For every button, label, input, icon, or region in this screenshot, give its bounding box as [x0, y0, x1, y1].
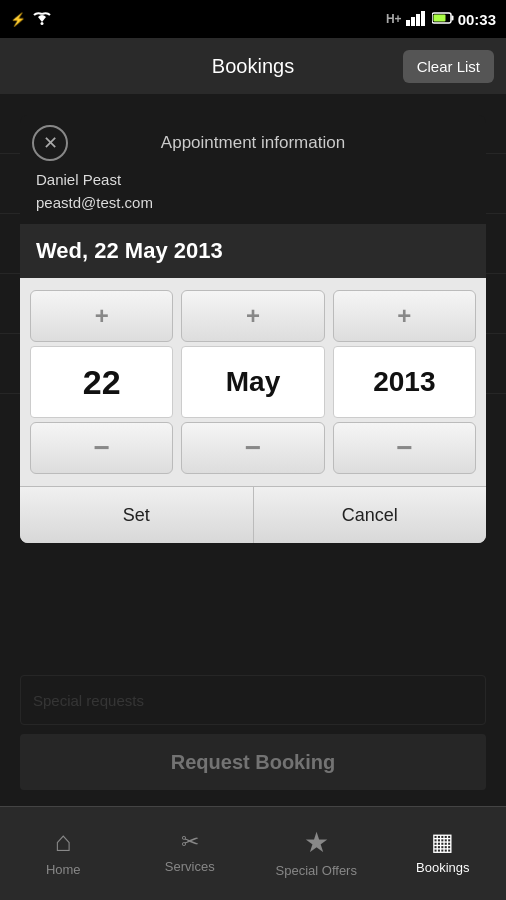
- set-button[interactable]: Set: [20, 487, 254, 543]
- special-offers-icon: ★: [304, 826, 329, 859]
- battery-icon: [432, 11, 454, 28]
- year-picker-col: + 2013 −: [333, 290, 476, 474]
- year-value: 2013: [333, 346, 476, 418]
- usb-icon: ⚡: [10, 12, 26, 27]
- modal-close-button[interactable]: ✕: [32, 125, 68, 161]
- hplus-label: H+: [386, 12, 402, 26]
- wifi-icon: [32, 10, 52, 29]
- services-icon: ✂: [181, 829, 199, 855]
- time-display: 00:33: [458, 11, 496, 28]
- nav-label-home: Home: [46, 862, 81, 877]
- appointment-modal: ✕ Appointment information Daniel Peast p…: [20, 115, 486, 543]
- close-icon: ✕: [43, 132, 58, 154]
- nav-item-home[interactable]: ⌂ Home: [0, 807, 127, 900]
- svg-point-0: [41, 22, 44, 25]
- date-picker: + 22 − + May − + 2013 −: [20, 278, 486, 486]
- minus-icon-month: −: [245, 432, 261, 464]
- month-decrement-button[interactable]: −: [181, 422, 324, 474]
- modal-title: Appointment information: [20, 115, 486, 163]
- svg-rect-7: [433, 14, 445, 21]
- nav-item-bookings[interactable]: ▦ Bookings: [380, 807, 507, 900]
- svg-rect-2: [411, 17, 415, 26]
- year-decrement-button[interactable]: −: [333, 422, 476, 474]
- day-increment-button[interactable]: +: [30, 290, 173, 342]
- day-picker-col: + 22 −: [30, 290, 173, 474]
- date-display: Wed, 22 May 2013: [20, 224, 486, 278]
- bookings-icon: ▦: [431, 828, 454, 856]
- year-increment-button[interactable]: +: [333, 290, 476, 342]
- plus-icon-day: +: [95, 302, 109, 330]
- status-left-icons: ⚡: [10, 10, 52, 29]
- cancel-button[interactable]: Cancel: [254, 487, 487, 543]
- status-right-icons: H+ 00:33: [386, 10, 496, 29]
- status-bar: ⚡ H+ 00:33: [0, 0, 506, 38]
- svg-rect-1: [406, 20, 410, 26]
- svg-rect-6: [451, 15, 453, 20]
- month-picker-col: + May −: [181, 290, 324, 474]
- minus-icon-day: −: [93, 432, 109, 464]
- month-increment-button[interactable]: +: [181, 290, 324, 342]
- plus-icon-month: +: [246, 302, 260, 330]
- nav-label-bookings: Bookings: [416, 860, 469, 875]
- nav-item-services[interactable]: ✂ Services: [127, 807, 254, 900]
- nav-label-services: Services: [165, 859, 215, 874]
- user-name: Daniel Peast: [36, 169, 470, 192]
- svg-rect-3: [416, 14, 420, 26]
- clear-list-button[interactable]: Clear List: [403, 50, 494, 83]
- minus-icon-year: −: [396, 432, 412, 464]
- svg-rect-4: [421, 11, 425, 26]
- month-value: May: [181, 346, 324, 418]
- modal-actions: Set Cancel: [20, 486, 486, 543]
- nav-label-special-offers: Special Offers: [276, 863, 357, 878]
- plus-icon-year: +: [397, 302, 411, 330]
- user-info: Daniel Peast peastd@test.com: [20, 163, 486, 224]
- bottom-navigation: ⌂ Home ✂ Services ★ Special Offers ▦ Boo…: [0, 806, 506, 900]
- day-decrement-button[interactable]: −: [30, 422, 173, 474]
- day-value: 22: [30, 346, 173, 418]
- nav-item-special-offers[interactable]: ★ Special Offers: [253, 807, 380, 900]
- user-email: peastd@test.com: [36, 192, 470, 215]
- home-icon: ⌂: [55, 826, 72, 858]
- signal-icon: [406, 10, 428, 29]
- header: Bookings Clear List: [0, 38, 506, 94]
- page-title: Bookings: [212, 55, 294, 78]
